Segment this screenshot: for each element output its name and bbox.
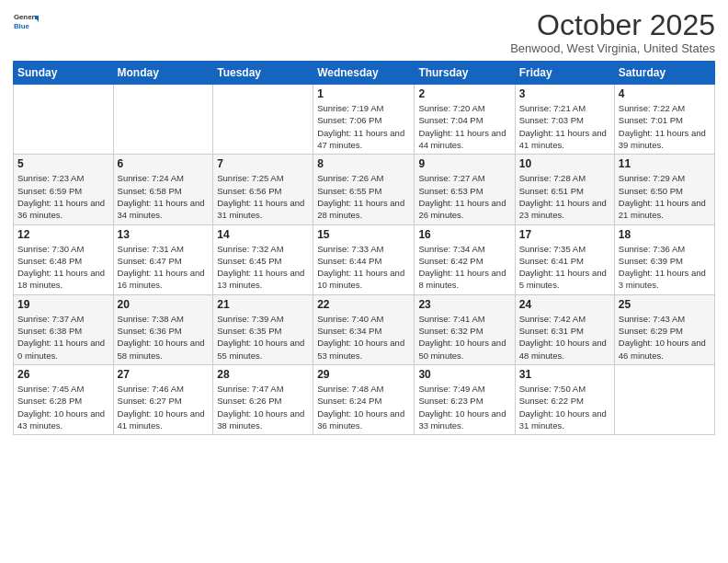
day-number: 21 [217,298,309,311]
table-row: 2Sunrise: 7:20 AMSunset: 7:04 PMDaylight… [415,85,515,155]
day-info: Sunrise: 7:33 AMSunset: 6:44 PMDaylight:… [317,243,410,292]
calendar: Sunday Monday Tuesday Wednesday Thursday… [13,61,715,435]
day-info: Sunrise: 7:38 AMSunset: 6:36 PMDaylight:… [118,313,210,362]
table-row: 7Sunrise: 7:25 AMSunset: 6:56 PMDaylight… [213,155,313,224]
calendar-week-0: 1Sunrise: 7:19 AMSunset: 7:06 PMDaylight… [14,85,715,155]
day-number: 19 [17,298,109,311]
day-number: 27 [118,368,210,381]
location: Benwood, West Virginia, United States [510,41,715,55]
table-row: 31Sunrise: 7:50 AMSunset: 6:22 PMDayligh… [515,364,614,434]
table-row [614,364,714,434]
calendar-header-row: Sunday Monday Tuesday Wednesday Thursday… [14,62,715,85]
day-info: Sunrise: 7:22 AMSunset: 7:01 PMDaylight:… [619,102,711,151]
day-info: Sunrise: 7:49 AMSunset: 6:23 PMDaylight:… [418,383,510,431]
day-number: 29 [317,368,410,381]
day-number: 9 [418,157,510,170]
table-row: 5Sunrise: 7:23 AMSunset: 6:59 PMDaylight… [14,155,114,224]
day-number: 17 [519,228,610,241]
day-number: 7 [217,157,309,170]
day-info: Sunrise: 7:21 AMSunset: 7:03 PMDaylight:… [519,102,610,151]
header-thursday: Thursday [415,62,515,85]
day-info: Sunrise: 7:34 AMSunset: 6:42 PMDaylight:… [418,243,510,292]
day-info: Sunrise: 7:50 AMSunset: 6:22 PMDaylight:… [519,383,610,431]
day-number: 11 [619,157,711,170]
day-info: Sunrise: 7:29 AMSunset: 6:50 PMDaylight:… [619,172,711,221]
day-info: Sunrise: 7:26 AMSunset: 6:55 PMDaylight:… [317,172,410,221]
table-row [113,85,213,155]
table-row: 21Sunrise: 7:39 AMSunset: 6:35 PMDayligh… [213,294,313,364]
day-info: Sunrise: 7:30 AMSunset: 6:48 PMDaylight:… [17,243,109,292]
day-info: Sunrise: 7:37 AMSunset: 6:38 PMDaylight:… [17,313,109,362]
day-number: 16 [418,228,510,241]
calendar-week-1: 5Sunrise: 7:23 AMSunset: 6:59 PMDaylight… [14,155,715,224]
day-info: Sunrise: 7:45 AMSunset: 6:28 PMDaylight:… [17,383,109,431]
day-info: Sunrise: 7:20 AMSunset: 7:04 PMDaylight:… [418,102,510,151]
calendar-week-3: 19Sunrise: 7:37 AMSunset: 6:38 PMDayligh… [14,294,715,364]
table-row: 27Sunrise: 7:46 AMSunset: 6:27 PMDayligh… [113,364,213,434]
day-number: 2 [418,87,510,100]
table-row [14,85,114,155]
day-info: Sunrise: 7:40 AMSunset: 6:34 PMDaylight:… [317,313,410,362]
table-row: 23Sunrise: 7:41 AMSunset: 6:32 PMDayligh… [415,294,515,364]
day-number: 3 [519,87,610,100]
day-number: 22 [317,298,410,311]
day-number: 30 [418,368,510,381]
day-number: 12 [17,228,109,241]
day-number: 18 [619,228,711,241]
day-number: 26 [17,368,109,381]
calendar-week-2: 12Sunrise: 7:30 AMSunset: 6:48 PMDayligh… [14,224,715,294]
day-info: Sunrise: 7:24 AMSunset: 6:58 PMDaylight:… [118,172,210,221]
day-number: 13 [118,228,210,241]
day-info: Sunrise: 7:31 AMSunset: 6:47 PMDaylight:… [118,243,210,292]
svg-text:General: General [14,13,39,21]
table-row: 6Sunrise: 7:24 AMSunset: 6:58 PMDaylight… [113,155,213,224]
table-row: 1Sunrise: 7:19 AMSunset: 7:06 PMDaylight… [313,85,415,155]
day-info: Sunrise: 7:36 AMSunset: 6:39 PMDaylight:… [619,243,711,292]
day-info: Sunrise: 7:27 AMSunset: 6:53 PMDaylight:… [418,172,510,221]
day-info: Sunrise: 7:48 AMSunset: 6:24 PMDaylight:… [317,383,410,431]
header-saturday: Saturday [614,62,714,85]
header-sunday: Sunday [14,62,114,85]
header-friday: Friday [515,62,614,85]
page: General Blue October 2025 Benwood, West … [0,0,728,563]
day-info: Sunrise: 7:19 AMSunset: 7:06 PMDaylight:… [317,102,410,151]
table-row: 25Sunrise: 7:43 AMSunset: 6:29 PMDayligh… [614,294,714,364]
table-row: 28Sunrise: 7:47 AMSunset: 6:26 PMDayligh… [213,364,313,434]
table-row: 9Sunrise: 7:27 AMSunset: 6:53 PMDaylight… [415,155,515,224]
table-row: 16Sunrise: 7:34 AMSunset: 6:42 PMDayligh… [415,224,515,294]
day-number: 14 [217,228,309,241]
header-wednesday: Wednesday [313,62,415,85]
day-info: Sunrise: 7:28 AMSunset: 6:51 PMDaylight:… [519,172,610,221]
table-row: 15Sunrise: 7:33 AMSunset: 6:44 PMDayligh… [313,224,415,294]
table-row: 24Sunrise: 7:42 AMSunset: 6:31 PMDayligh… [515,294,614,364]
header: General Blue October 2025 Benwood, West … [13,9,715,55]
day-number: 28 [217,368,309,381]
table-row: 12Sunrise: 7:30 AMSunset: 6:48 PMDayligh… [14,224,114,294]
table-row: 30Sunrise: 7:49 AMSunset: 6:23 PMDayligh… [415,364,515,434]
table-row: 20Sunrise: 7:38 AMSunset: 6:36 PMDayligh… [113,294,213,364]
table-row: 10Sunrise: 7:28 AMSunset: 6:51 PMDayligh… [515,155,614,224]
logo: General Blue [13,9,39,35]
table-row: 11Sunrise: 7:29 AMSunset: 6:50 PMDayligh… [614,155,714,224]
day-number: 25 [619,298,711,311]
title-block: October 2025 Benwood, West Virginia, Uni… [510,9,715,55]
day-info: Sunrise: 7:42 AMSunset: 6:31 PMDaylight:… [519,313,610,362]
day-number: 24 [519,298,610,311]
day-number: 8 [317,157,410,170]
table-row: 3Sunrise: 7:21 AMSunset: 7:03 PMDaylight… [515,85,614,155]
header-monday: Monday [113,62,213,85]
svg-text:Blue: Blue [14,22,30,30]
table-row: 26Sunrise: 7:45 AMSunset: 6:28 PMDayligh… [14,364,114,434]
table-row: 19Sunrise: 7:37 AMSunset: 6:38 PMDayligh… [14,294,114,364]
table-row: 8Sunrise: 7:26 AMSunset: 6:55 PMDaylight… [313,155,415,224]
header-tuesday: Tuesday [213,62,313,85]
day-info: Sunrise: 7:39 AMSunset: 6:35 PMDaylight:… [217,313,309,362]
day-number: 10 [519,157,610,170]
day-info: Sunrise: 7:46 AMSunset: 6:27 PMDaylight:… [118,383,210,431]
table-row: 13Sunrise: 7:31 AMSunset: 6:47 PMDayligh… [113,224,213,294]
calendar-week-4: 26Sunrise: 7:45 AMSunset: 6:28 PMDayligh… [14,364,715,434]
day-number: 15 [317,228,410,241]
day-number: 5 [17,157,109,170]
table-row: 18Sunrise: 7:36 AMSunset: 6:39 PMDayligh… [614,224,714,294]
table-row: 22Sunrise: 7:40 AMSunset: 6:34 PMDayligh… [313,294,415,364]
